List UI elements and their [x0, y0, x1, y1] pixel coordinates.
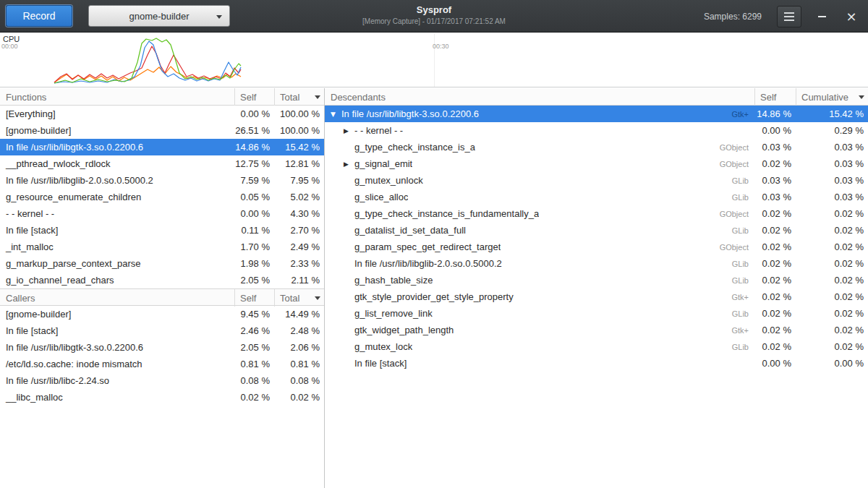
callers-total-column-header[interactable]: Total [274, 289, 324, 307]
expander-icon[interactable]: ▼ [331, 111, 341, 118]
tree-indent [331, 280, 344, 281]
table-row[interactable]: g_type_check_instance_is_fundamentally_a… [325, 205, 868, 222]
descendants-self-column-header[interactable]: Self [754, 88, 796, 106]
self-value: 0.03 % [754, 142, 796, 153]
cumulative-value: 0.02 % [796, 258, 868, 269]
table-row[interactable]: ▶ - - kernel - - 0.00 % 0.29 % [325, 122, 868, 139]
table-row[interactable]: In file /usr/lib/libc-2.24.so 0.08 % 0.0… [0, 372, 324, 389]
function-name: In file /usr/lib/libgtk-3.so.0.2200.6 [341, 108, 479, 119]
timeline-mid: 00:30 [433, 43, 449, 50]
expander-icon[interactable]: ▶ [344, 127, 354, 134]
function-name: g_type_check_instance_is_fundamentally_a [354, 208, 539, 219]
total-value: 2.48 % [274, 325, 324, 336]
table-row[interactable]: g_markup_parse_context_parse 1.98 % 2.33… [0, 255, 324, 272]
total-value: 0.08 % [274, 375, 324, 386]
self-value: 2.05 % [234, 275, 274, 286]
sort-arrow-icon [315, 296, 320, 300]
main-content: Functions Self Total [Everything] 0.00 %… [0, 88, 868, 488]
function-name: gtk_style_provider_get_style_property [354, 291, 514, 302]
self-value: 0.11 % [234, 225, 274, 236]
window-title: Sysprof [217, 4, 651, 15]
table-row[interactable]: In file [stack] 0.00 % 0.00 % [325, 355, 868, 372]
table-row[interactable]: gtk_widget_path_length Gtk+ 0.02 % 0.02 … [325, 322, 868, 338]
table-row[interactable]: /etc/ld.so.cache: inode mismatch 0.81 % … [0, 356, 324, 372]
self-value: 14.86 % [234, 142, 274, 153]
library-tag: GLib [725, 193, 754, 202]
cumulative-value: 0.02 % [796, 225, 868, 236]
tree-indent [331, 147, 344, 147]
table-row[interactable]: [Everything] 0.00 % 100.00 % [0, 106, 324, 122]
table-row[interactable]: [gnome-builder] 9.45 % 14.49 % [0, 306, 324, 322]
callers-column-header[interactable]: Callers [0, 289, 234, 307]
self-value: 1.98 % [234, 258, 274, 269]
self-value: 0.03 % [754, 175, 796, 186]
title-box: Sysprof [Memory Capture] - 01/17/2017 07… [217, 4, 651, 25]
cumulative-value: 0.03 % [796, 192, 868, 202]
table-row[interactable]: __pthread_rwlock_rdlock 12.75 % 12.81 % [0, 155, 324, 172]
table-row[interactable]: - - kernel - - 0.00 % 4.30 % [0, 205, 324, 222]
table-row[interactable]: g_param_spec_get_redirect_target GObject… [325, 239, 868, 255]
timeline-start: 00:00 [1, 43, 18, 50]
record-button[interactable]: Record [6, 5, 72, 27]
table-row[interactable]: ▼ In file /usr/lib/libgtk-3.so.0.2200.6 … [325, 106, 868, 122]
functions-table: [Everything] 0.00 % 100.00 % [gnome-buil… [0, 106, 324, 288]
library-tag: GObject [712, 210, 754, 218]
self-value: 2.05 % [234, 342, 274, 353]
self-value: 0.03 % [754, 192, 796, 202]
samples-count: Samples: 6299 [704, 12, 762, 22]
table-row[interactable]: gtk_style_provider_get_style_property Gt… [325, 288, 868, 305]
left-pane: Functions Self Total [Everything] 0.00 %… [0, 88, 324, 488]
self-value: 0.02 % [754, 341, 796, 352]
table-row[interactable]: In file /usr/lib/libglib-2.0.so.0.5000.2… [0, 172, 324, 189]
cpu-line-green [54, 38, 241, 83]
self-value: 9.45 % [234, 309, 274, 320]
library-tag: Gtk+ [724, 110, 754, 119]
menu-button[interactable] [777, 6, 801, 27]
self-value: 0.00 % [234, 108, 274, 119]
table-row[interactable]: g_type_check_instance_is_a GObject 0.03 … [325, 139, 868, 155]
table-row[interactable]: g_slice_alloc GLib 0.03 % 0.03 % [325, 189, 868, 205]
table-row[interactable]: g_resource_enumerate_children 0.05 % 5.0… [0, 189, 324, 205]
table-row[interactable]: _int_malloc 1.70 % 2.49 % [0, 239, 324, 255]
table-row[interactable]: In file /usr/lib/libgtk-3.so.0.2200.6 14… [0, 139, 324, 155]
table-row[interactable]: g_io_channel_read_chars 2.05 % 2.11 % [0, 272, 324, 288]
library-tag: GLib [725, 309, 754, 318]
descendants-cumulative-column-header[interactable]: Cumulative [796, 88, 868, 106]
minimize-button[interactable] [812, 6, 831, 27]
cumulative-value: 0.02 % [796, 341, 868, 352]
function-name: g_mutex_lock [354, 341, 412, 352]
expander-icon[interactable]: ▶ [344, 160, 354, 168]
function-name: g_slice_alloc [354, 192, 408, 202]
table-row[interactable]: g_mutex_unlock GLib 0.03 % 0.03 % [325, 172, 868, 189]
process-selector-dropdown[interactable]: gnome-builder [88, 5, 230, 27]
functions-total-column-header[interactable]: Total [274, 88, 324, 106]
table-row[interactable]: ▶ g_signal_emit GObject 0.02 % 0.03 % [325, 155, 868, 172]
table-row[interactable]: In file /usr/lib/libgtk-3.so.0.2200.6 2.… [0, 339, 324, 356]
library-tag: GLib [725, 260, 754, 268]
column-label: Cumulative [801, 92, 848, 103]
functions-self-column-header[interactable]: Self [234, 88, 274, 106]
cumulative-value: 0.00 % [796, 358, 868, 369]
table-row[interactable]: In file /usr/lib/libglib-2.0.so.0.5000.2… [325, 255, 868, 272]
table-row[interactable]: In file [stack] 2.46 % 2.48 % [0, 322, 324, 339]
function-name: [gnome-builder] [0, 309, 234, 320]
table-row[interactable]: In file [stack] 0.11 % 2.70 % [0, 222, 324, 239]
table-row[interactable]: __libc_malloc 0.02 % 0.02 % [0, 389, 324, 406]
close-button[interactable]: × [842, 6, 861, 27]
function-name: In file [stack] [354, 358, 407, 369]
table-row[interactable]: g_hash_table_size GLib 0.02 % 0.02 % [325, 272, 868, 288]
cpu-graph[interactable]: CPU 00:00 00:30 [0, 33, 868, 87]
functions-column-header[interactable]: Functions [0, 88, 234, 106]
table-row[interactable]: g_mutex_lock GLib 0.02 % 0.02 % [325, 338, 868, 355]
tree-indent [331, 313, 344, 314]
table-row[interactable]: [gnome-builder] 26.51 % 100.00 % [0, 122, 324, 139]
self-value: 26.51 % [234, 125, 274, 136]
function-name: In file /usr/lib/libc-2.24.so [0, 375, 234, 386]
descendants-column-header[interactable]: Descendants [325, 88, 754, 106]
table-row[interactable]: g_list_remove_link GLib 0.02 % 0.02 % [325, 305, 868, 322]
total-value: 2.70 % [274, 225, 324, 236]
self-value: 0.02 % [754, 308, 796, 319]
callers-self-column-header[interactable]: Self [234, 289, 274, 307]
table-row[interactable]: g_datalist_id_set_data_full GLib 0.02 % … [325, 222, 868, 239]
pane-divider[interactable] [324, 88, 325, 488]
